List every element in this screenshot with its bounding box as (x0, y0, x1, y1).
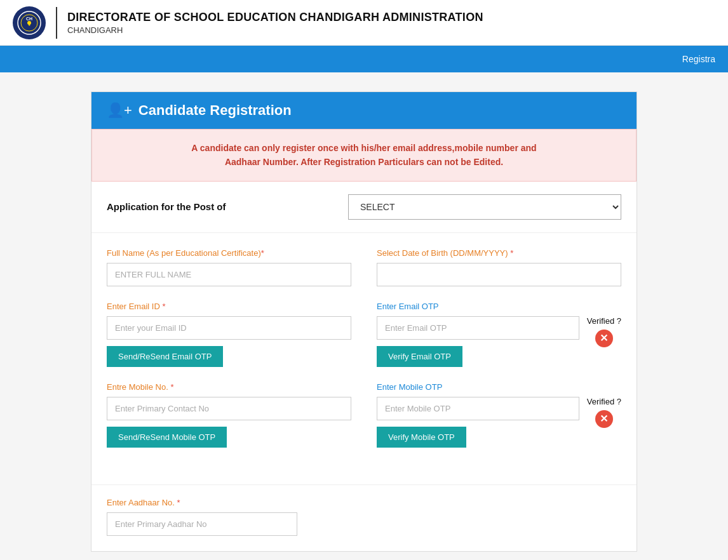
header-text-block: DIRECTORATE OF SCHOOL EDUCATION CHANDIGA… (67, 11, 483, 35)
aadhaar-section: Enter Aadhaar No. * (91, 498, 637, 551)
mobile-row: Entre Mobile No. * Send/ReSend Mobile OT… (107, 382, 621, 448)
card-title: Candidate Registration (138, 102, 292, 119)
email-otp-input[interactable] (377, 316, 579, 340)
mobile-input[interactable] (107, 397, 351, 420)
main-content: 👤+ Candidate Registration A candidate ca… (78, 91, 650, 552)
email-not-verified-icon: ✕ (595, 330, 613, 347)
person-add-icon: 👤+ (107, 102, 132, 119)
full-name-input[interactable] (107, 263, 351, 286)
dob-col: Select Date of Birth (DD/MM/YYYY) * (377, 248, 621, 286)
alert-text: A candidate can only register once with … (107, 141, 621, 170)
mobile-not-verified-icon: ✕ (595, 410, 613, 428)
send-email-otp-button[interactable]: Send/ReSend Email OTP (107, 346, 223, 367)
email-otp-input-col: Verify Email OTP (377, 316, 579, 367)
verify-mobile-otp-button[interactable]: Verify Mobile OTP (377, 427, 466, 448)
mobile-otp-row: Verify Mobile OTP Verified ? ✕ (377, 397, 621, 448)
aadhaar-input[interactable] (107, 512, 297, 536)
section-divider (91, 484, 637, 485)
name-dob-row: Full Name (As per Educational Certificat… (107, 248, 621, 286)
verify-email-otp-button[interactable]: Verify Email OTP (377, 346, 462, 367)
dob-label: Select Date of Birth (DD/MM/YYYY) * (377, 248, 621, 258)
svg-text:CH: CH (26, 17, 32, 21)
registration-form-container: 👤+ Candidate Registration A candidate ca… (91, 91, 637, 552)
mobile-label: Entre Mobile No. * (107, 382, 351, 392)
form-grid: Full Name (As per Educational Certificat… (91, 233, 637, 478)
header-divider (56, 7, 57, 39)
aadhaar-label: Enter Aadhaar No. * (107, 498, 621, 507)
email-row: Enter Email ID * Send/ReSend Email OTP E… (107, 302, 621, 367)
post-label: Application for the Post of (107, 201, 348, 212)
header-title: DIRECTORATE OF SCHOOL EDUCATION CHANDIGA… (67, 11, 483, 24)
send-mobile-otp-button[interactable]: Send/ReSend Mobile OTP (107, 427, 227, 448)
mobile-otp-label: Enter Mobile OTP (377, 382, 621, 392)
header-subtitle: CHANDIGARH (67, 25, 483, 35)
post-select[interactable]: SELECT (348, 194, 621, 220)
mobile-col: Entre Mobile No. * Send/ReSend Mobile OT… (107, 382, 351, 448)
site-header: CH ★ DIRECTORATE OF SCHOOL EDUCATION CHA… (0, 0, 728, 46)
email-otp-label: Enter Email OTP (377, 302, 621, 311)
alert-box: A candidate can only register once with … (91, 129, 637, 182)
email-verified-label: Verified ? (587, 316, 621, 326)
registration-link[interactable]: Registra (682, 54, 715, 64)
post-row: Application for the Post of SELECT (91, 182, 637, 233)
email-verified-col: Verified ? ✕ (587, 316, 621, 347)
email-label: Enter Email ID * (107, 302, 351, 311)
dob-input[interactable] (377, 263, 621, 286)
email-col: Enter Email ID * Send/ReSend Email OTP (107, 302, 351, 367)
card-header: 👤+ Candidate Registration (91, 92, 637, 129)
mobile-otp-input[interactable] (377, 397, 579, 420)
full-name-col: Full Name (As per Educational Certificat… (107, 248, 351, 286)
svg-point-4 (27, 21, 31, 25)
mobile-otp-input-col: Verify Mobile OTP (377, 397, 579, 448)
email-otp-col: Enter Email OTP Verify Email OTP Verifie… (377, 302, 621, 367)
full-name-label: Full Name (As per Educational Certificat… (107, 248, 351, 258)
mobile-verified-label: Verified ? (587, 397, 621, 406)
email-input[interactable] (107, 316, 351, 340)
site-logo: CH ★ (13, 6, 46, 39)
top-navbar: Registra (0, 46, 728, 72)
email-otp-row: Verify Email OTP Verified ? ✕ (377, 316, 621, 367)
mobile-otp-col: Enter Mobile OTP Verify Mobile OTP Verif… (377, 382, 621, 448)
mobile-verified-col: Verified ? ✕ (587, 397, 621, 428)
